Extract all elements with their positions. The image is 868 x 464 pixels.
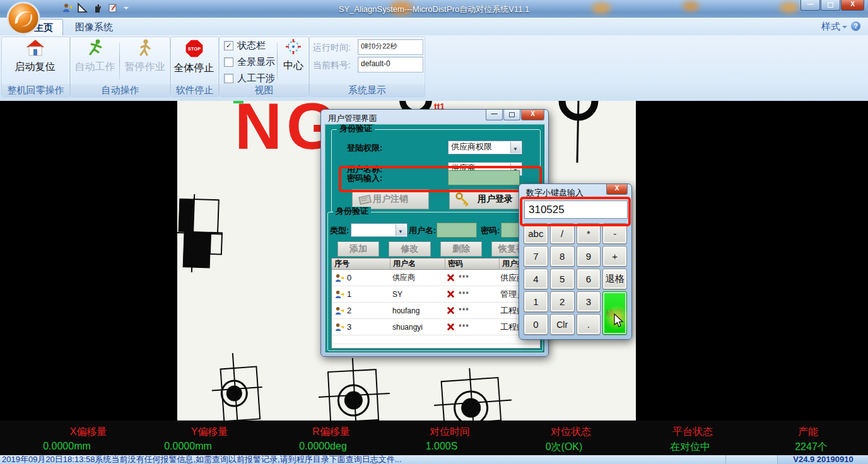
statusbar-checkbox[interactable]: ✓ <box>224 41 233 50</box>
key-7[interactable]: 7 <box>524 246 548 267</box>
pause-job-button[interactable]: 暂停作业 <box>121 38 168 74</box>
row-password: *** <box>459 306 469 315</box>
row-password: *** <box>459 274 469 282</box>
start-reset-label: 启动复位 <box>3 61 67 74</box>
manual-intervention-checkbox[interactable] <box>224 74 233 83</box>
manual-intervention-checkbox-row[interactable]: 人工干涉 <box>224 72 275 84</box>
user-audit-icon[interactable] <box>62 3 73 13</box>
key-3[interactable]: 3 <box>577 291 601 312</box>
table-row-empty <box>332 344 540 349</box>
key-confirm[interactable]: 确定 <box>602 291 627 335</box>
user-row-icon <box>334 306 344 316</box>
keys-icon <box>455 192 471 207</box>
ruler-tool-icon[interactable] <box>77 3 88 13</box>
numeric-keypad-dialog: 数字小键盘输入 X 310525 abc / * - 7 8 9 + 4 5 6… <box>519 183 632 340</box>
type-select[interactable] <box>351 223 408 237</box>
column-header[interactable]: 用户名 <box>390 258 445 269</box>
center-label: 中心 <box>279 59 307 72</box>
table-row-empty <box>332 335 540 344</box>
dialog-restore-button[interactable] <box>503 110 520 120</box>
edit-note-icon[interactable] <box>107 3 118 13</box>
pause-man-icon <box>136 38 155 57</box>
close-button[interactable]: X <box>841 0 864 11</box>
ribbon-group-home-reset: 启动复位 整机回零操作 <box>1 37 70 97</box>
delete-button[interactable]: 删除 <box>440 241 482 257</box>
auth-group-manage: 身份验证 类型: 用户名: 密码: 添加 修改 删除 恢复初始 序号 用户名 <box>327 212 543 351</box>
y-offset-label: Y偏移量 <box>191 426 228 439</box>
part-number-field: default-0 <box>358 57 423 72</box>
chevron-down-icon[interactable] <box>396 224 406 236</box>
key-clear[interactable]: Clr <box>550 314 575 335</box>
panorama-checkbox[interactable] <box>224 57 233 67</box>
hand-tool-icon[interactable] <box>92 3 103 13</box>
ribbon: 启动复位 整机回零操作 自动工作 暂停作业 自动操作 <box>0 35 868 102</box>
panorama-checkbox-row[interactable]: 全景显示 <box>224 56 275 68</box>
add-button[interactable]: 添加 <box>337 241 379 257</box>
row-password: *** <box>459 290 469 299</box>
chevron-down-icon[interactable] <box>510 142 521 153</box>
column-header[interactable]: 序号 <box>332 258 390 269</box>
key-plus[interactable]: + <box>602 246 627 267</box>
password-highlight-annotation <box>339 166 542 192</box>
key-1[interactable]: 1 <box>524 291 548 312</box>
manage-user-field[interactable] <box>437 223 477 238</box>
group-label: 软件停止 <box>171 84 218 96</box>
key-6[interactable]: 6 <box>577 269 601 289</box>
tab-image-system[interactable]: 图像系统 <box>66 19 122 35</box>
login-permission-select[interactable]: 供应商权限 <box>448 141 522 154</box>
auto-work-button[interactable]: 自动工作 <box>72 38 118 74</box>
align-status-label: 对位状态 <box>551 426 591 439</box>
dialog-window-controls: — X <box>485 110 544 120</box>
key-9[interactable]: 9 <box>577 246 601 267</box>
key-5[interactable]: 5 <box>550 269 575 289</box>
help-icon[interactable]: ? <box>851 21 860 31</box>
user-row-icon <box>334 273 344 283</box>
stop-sign-text: STOP <box>187 46 200 52</box>
panorama-checkbox-label: 全景显示 <box>237 56 275 68</box>
dialog-minimize-button[interactable]: — <box>486 110 503 120</box>
pause-job-label: 暂停作业 <box>121 61 168 74</box>
style-menu[interactable]: 样式 <box>821 21 840 33</box>
stop-all-button[interactable]: STOP 全体停止 <box>172 38 216 75</box>
alignment-info-panel: X偏移量 Y偏移量 R偏移量 对位时间 对位状态 平台状态 产能 0.0000m… <box>0 420 868 455</box>
key-dot[interactable]: . <box>577 314 601 335</box>
ribbon-group-system-display: 运行时间: 0时0分22秒 当前料号: default-0 系统显示 <box>309 37 425 97</box>
keypad-close-button[interactable]: X <box>606 184 628 195</box>
table-row[interactable]: 2 houfang *** 工程师权限 <box>332 303 540 319</box>
center-button[interactable]: 中心 <box>279 38 307 72</box>
table-row[interactable]: 0 供应商 *** 供应商权限 <box>332 270 540 286</box>
table-row[interactable]: 1 SY *** 管理员权限 <box>332 286 540 303</box>
user-login-label: 用户登录 <box>478 194 513 204</box>
window-controls: — X <box>800 0 864 11</box>
part-number-label: 当前料号: <box>313 60 351 71</box>
key-0[interactable]: 0 <box>524 314 548 335</box>
row-name: shuangyi <box>390 319 444 335</box>
user-management-dialog: 用户管理界面 — X 身份验证 登陆权限: 供应商权限 用户名称: 供应商 密码… <box>320 109 549 357</box>
minimize-button[interactable]: — <box>801 0 820 11</box>
y-offset-value: 0.0000mm <box>164 441 212 452</box>
divider <box>277 42 278 80</box>
start-reset-button[interactable]: 启动复位 <box>3 38 67 74</box>
table-row[interactable]: 3 shuangyi *** 工程师权限 <box>332 319 540 335</box>
key-2[interactable]: 2 <box>550 291 575 312</box>
column-header[interactable]: 密码 <box>445 258 500 269</box>
qat-dropdown-icon[interactable] <box>124 7 129 9</box>
key-backspace[interactable]: 退格 <box>602 269 627 289</box>
dialog-close-button[interactable]: X <box>521 110 544 120</box>
app-window: SY_AliagnSystem---MicroDistPro自动对位系统V11.… <box>0 0 868 464</box>
restore-button[interactable] <box>821 0 840 11</box>
key-4[interactable]: 4 <box>524 269 548 289</box>
app-logo-orb[interactable] <box>6 1 41 36</box>
key-8[interactable]: 8 <box>550 246 575 267</box>
x-mark-icon <box>447 290 455 298</box>
statusbar-checkbox-row[interactable]: ✓ 状态栏 <box>224 40 266 52</box>
user-row-icon <box>334 322 344 332</box>
x-mark-icon <box>447 323 455 331</box>
keypad-keys: abc / * - 7 8 9 + 4 5 6 退格 1 2 3 确定 0 Cl… <box>524 223 627 335</box>
status-bar: 2019年09月20日18:13:58系统当前没有任何报警信息,如需查询以前报警… <box>0 455 868 464</box>
modify-button[interactable]: 修改 <box>389 241 431 257</box>
style-caret-icon[interactable] <box>842 26 847 28</box>
stop-sign-icon: STOP <box>184 38 205 59</box>
login-permission-value: 供应商权限 <box>451 142 492 151</box>
logout-card-icon <box>358 192 374 207</box>
